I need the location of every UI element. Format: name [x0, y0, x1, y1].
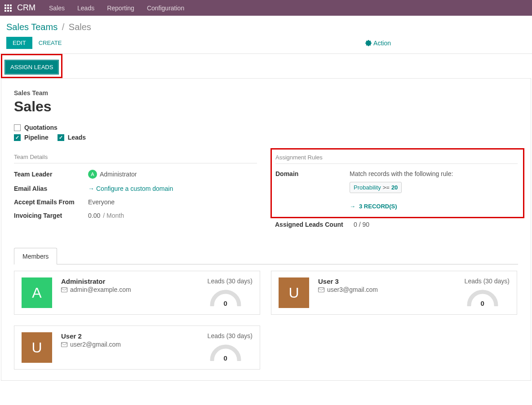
- section-label: Sales Team: [14, 89, 518, 97]
- field-invoicing-target: Invoicing Target 0.00 / Month: [14, 212, 257, 219]
- envelope-icon: [61, 342, 67, 347]
- member-email-text: user3@gmail.com: [327, 286, 378, 293]
- checkbox-quotations-label: Quotations: [24, 124, 58, 131]
- nav-item-configuration[interactable]: Configuration: [147, 4, 184, 12]
- nav-item-leads[interactable]: Leads: [77, 4, 94, 12]
- team-details-title: Team Details: [14, 154, 257, 163]
- nav-item-sales[interactable]: Sales: [49, 4, 65, 12]
- member-stats: Leads (30 days) 0: [208, 277, 253, 308]
- form-columns: Team Details Team Leader A Administrator…: [14, 154, 518, 234]
- invoicing-target-suffix: / Month: [103, 212, 124, 219]
- checkbox-quotations[interactable]: Quotations: [14, 124, 58, 131]
- arrow-right-icon: →: [350, 203, 355, 210]
- member-name: User 2: [61, 332, 199, 340]
- envelope-icon: [61, 287, 67, 292]
- member-avatar: U: [22, 332, 52, 363]
- gauge: 0: [208, 343, 244, 361]
- action-bar: EDIT CREATE Action: [0, 37, 532, 53]
- tab-members[interactable]: Members: [14, 248, 57, 264]
- accept-emails-label: Accept Emails From: [14, 198, 88, 206]
- edit-button[interactable]: EDIT: [6, 37, 32, 49]
- gauge-value: 0: [223, 354, 227, 362]
- member-info: User 3 user3@gmail.com: [318, 277, 456, 308]
- highlight-assign-leads: ASSIGN LEADS: [1, 54, 62, 78]
- member-info: User 2 user2@gmail.com: [61, 332, 199, 363]
- gauge-value: 0: [223, 299, 227, 307]
- invoicing-target-value: 0.00 / Month: [88, 212, 257, 219]
- gauge-value: 0: [480, 299, 484, 307]
- invoicing-target-number: 0.00: [88, 212, 100, 219]
- team-leader-label: Team Leader: [14, 171, 88, 178]
- checkbox-pipeline-box[interactable]: [14, 134, 21, 141]
- assignment-rules-title: Assignment Rules: [275, 154, 518, 164]
- domain-op: >=: [383, 184, 390, 191]
- member-email-text: user2@gmail.com: [70, 341, 121, 348]
- breadcrumb-separator: /: [62, 22, 65, 32]
- gear-icon: [365, 40, 372, 46]
- member-stats: Leads (30 days) 0: [465, 277, 510, 308]
- divider: [0, 53, 532, 54]
- checkbox-leads-label: Leads: [68, 134, 86, 141]
- tabs: Members A Administrator admin@example.co…: [14, 248, 518, 370]
- domain-pill[interactable]: Probability >= 20: [350, 182, 402, 193]
- member-card[interactable]: A Administrator admin@example.com Leads …: [14, 271, 260, 315]
- member-name: Administrator: [61, 277, 199, 285]
- assigned-count-value: 0 / 90: [354, 221, 518, 228]
- invoicing-target-label: Invoicing Target: [14, 212, 88, 219]
- member-info: Administrator admin@example.com: [61, 277, 199, 308]
- member-avatar: A: [22, 277, 52, 308]
- create-button[interactable]: CREATE: [32, 37, 68, 49]
- checkbox-leads[interactable]: Leads: [58, 134, 86, 141]
- nav-item-reporting[interactable]: Reporting: [107, 4, 134, 12]
- member-card[interactable]: U User 2 user2@gmail.com Leads (30 days)…: [14, 326, 260, 370]
- action-menu-label: Action: [373, 40, 391, 47]
- checkbox-row-2: Pipeline Leads: [14, 134, 518, 141]
- stats-label: Leads (30 days): [208, 332, 253, 339]
- email-alias-value: → Configure a custom domain: [88, 185, 257, 192]
- field-domain: Domain Match records with the following …: [275, 170, 518, 210]
- checkbox-pipeline[interactable]: Pipeline: [14, 134, 49, 141]
- col-assignment-rules: Assignment Rules Domain Match records wi…: [275, 154, 518, 234]
- checkbox-pipeline-label: Pipeline: [24, 134, 49, 141]
- member-name: User 3: [318, 277, 456, 285]
- domain-text: Match records with the following rule:: [350, 170, 453, 177]
- checkbox-quotations-box[interactable]: [14, 124, 21, 131]
- arrow-right-icon: →: [88, 185, 94, 192]
- breadcrumb-parent[interactable]: Sales Teams: [6, 22, 58, 32]
- domain-label: Domain: [275, 170, 350, 177]
- email-alias-label: Email Alias: [14, 185, 88, 192]
- member-grid: A Administrator admin@example.com Leads …: [14, 271, 518, 370]
- configure-domain-link[interactable]: → Configure a custom domain: [88, 185, 173, 192]
- form-view: Sales Team Sales Quotations Pipeline Lea…: [1, 78, 531, 381]
- gauge: 0: [208, 288, 244, 306]
- stats-label: Leads (30 days): [465, 277, 510, 285]
- field-team-leader: Team Leader A Administrator: [14, 170, 257, 179]
- action-menu[interactable]: Action: [365, 40, 391, 47]
- checkbox-leads-box[interactable]: [58, 134, 64, 141]
- member-email-text: admin@example.com: [70, 286, 131, 293]
- app-name[interactable]: CRM: [17, 3, 35, 13]
- member-email: admin@example.com: [61, 286, 199, 293]
- assign-leads-button[interactable]: ASSIGN LEADS: [4, 60, 59, 75]
- team-leader-avatar: A: [88, 170, 97, 179]
- field-accept-emails: Accept Emails From Everyone: [14, 198, 257, 206]
- tab-header: Members: [14, 248, 518, 264]
- domain-field-name: Probability: [354, 184, 381, 191]
- member-stats: Leads (30 days) 0: [208, 332, 253, 363]
- breadcrumb: Sales Teams / Sales: [0, 16, 532, 37]
- stats-label: Leads (30 days): [208, 277, 253, 285]
- breadcrumb-current: Sales: [69, 22, 91, 32]
- top-nav: CRM Sales Leads Reporting Configuration: [0, 0, 532, 16]
- records-link[interactable]: → 3 RECORD(S): [350, 203, 397, 210]
- field-email-alias: Email Alias → Configure a custom domain: [14, 185, 257, 192]
- highlight-assignment-rules: Assignment Rules Domain Match records wi…: [270, 148, 524, 218]
- apps-icon[interactable]: [4, 4, 12, 12]
- assigned-count-label: Assigned Leads Count: [275, 221, 354, 228]
- configure-domain-text: Configure a custom domain: [96, 185, 173, 192]
- member-email: user3@gmail.com: [318, 286, 456, 293]
- member-email: user2@gmail.com: [61, 341, 199, 348]
- field-assigned-count: Assigned Leads Count 0 / 90: [275, 221, 518, 228]
- member-avatar: U: [279, 277, 309, 308]
- records-link-text: 3 RECORD(S): [359, 203, 397, 210]
- member-card[interactable]: U User 3 user3@gmail.com Leads (30 days)…: [271, 271, 517, 315]
